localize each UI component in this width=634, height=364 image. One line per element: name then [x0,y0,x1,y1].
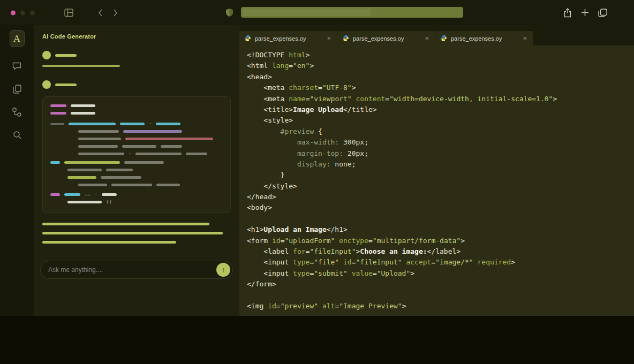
code-skeleton-card: ··==·() [42,96,231,213]
code-line: <meta charset="UTF-8"> [247,82,634,93]
skeleton-row: ==· [50,193,223,196]
code-line: </head> [247,192,634,202]
skeleton-row [50,169,223,171]
share-icon [563,8,572,18]
code-line: <html lang="en"> [247,60,634,71]
close-window-button[interactable] [11,10,16,15]
shield-icon [225,8,233,17]
skeleton-row: · [50,123,223,125]
code-line [247,214,634,224]
layout-grid-icon[interactable] [64,8,73,17]
skeleton-bar [67,201,102,203]
new-tab-button[interactable] [581,9,589,17]
response-line-skeleton [42,223,209,225]
skeleton-glyph: · [95,193,97,196]
skeleton-glyph: () [106,201,112,203]
skeleton-glyph: · [129,153,131,155]
code-line: display: none; [247,159,634,170]
skeleton-bar [106,169,133,171]
panel-title: AI Code Generator [34,25,239,44]
chat-message-skeleton [42,80,231,89]
skeleton-bar [111,184,152,186]
skeleton-glyph: · [149,123,152,125]
skeleton-bar [101,176,141,179]
code-line: <title>Image Upload</title> [247,104,634,115]
editor-panel: parse_expenses.oy× parse_expenses.oy× pa… [239,25,634,316]
tab-close-icon[interactable]: × [326,34,332,42]
editor-tab[interactable]: parse_expenses.oy× [239,31,337,46]
address-bar[interactable] [241,7,463,18]
skeleton-row: · [50,153,223,155]
response-lines [42,223,231,250]
sidebar-item-search[interactable] [13,131,21,140]
chat-icon [12,62,21,70]
code-line: <style> [247,115,634,126]
skeleton-bar [78,145,118,148]
tab-close-icon[interactable]: × [424,34,430,42]
python-file-icon [440,35,447,42]
code-line: <label for="fileInput">Choose an image:<… [247,246,634,257]
response-line-skeleton [42,232,223,234]
skeleton-row [50,145,223,148]
tab-label: parse_expenses.oy [451,35,502,42]
code-line: <meta name="viewport" content="width=dev… [247,94,634,104]
skeleton-bar [71,104,95,107]
topbar-actions [563,8,607,18]
tab-label: parse_expenses.oy [353,35,404,42]
sidebar-item-chat[interactable] [12,62,21,71]
tab-overview-button[interactable] [598,9,607,17]
arrow-up-icon: ↑ [222,266,225,274]
skeleton-bar [69,123,116,125]
editor-tab[interactable]: parse_expenses.oy× [435,31,533,46]
code-line: </form> [247,279,634,290]
tab-close-icon[interactable]: × [522,34,528,42]
code-line: <body> [247,202,634,213]
code-line: <head> [247,72,634,82]
chat-input-bar: ↑ [40,261,233,279]
sidebar-item-copies[interactable] [13,85,21,94]
chat-message-skeleton [42,51,231,59]
response-line-skeleton [42,241,176,244]
zoom-window-button[interactable] [30,10,35,15]
skeleton-bar [64,193,80,196]
main-content: A [0,25,634,316]
skeleton-row [50,130,223,133]
tabs-overview-icon [598,9,607,17]
skeleton-bar [50,123,64,125]
send-button[interactable]: ↑ [216,263,230,277]
sidebar-item-workflow[interactable] [12,108,21,117]
share-button[interactable] [563,8,572,18]
skeleton-glyph: == [85,193,90,196]
skeleton-bar [50,193,60,196]
skeleton-bar [64,161,120,164]
app-logo[interactable]: A [10,30,25,47]
skeleton-row [50,112,223,115]
code-line: </style> [247,181,634,192]
editor-tab[interactable]: parse_expenses.oy× [337,31,435,46]
forward-button[interactable] [113,9,118,17]
skeleton-bar [78,138,121,140]
chat-panel: AI Code Generator ··==·() ↑ [34,25,239,316]
skeleton-bar [78,153,124,155]
avatar [42,80,51,89]
skeleton-bar [102,193,117,196]
skeleton-bar [78,130,119,133]
message-line [42,65,120,67]
code-line: <img id="preview" alt="Image Preview"> [247,301,634,312]
editor-tab-bar: parse_expenses.oy× parse_expenses.oy× pa… [239,25,634,46]
skeleton-bar [67,176,96,179]
skeleton-row [50,176,223,179]
back-button[interactable] [98,9,103,17]
code-area[interactable]: <!DOCTYPE html><html lang="en"><head> <m… [239,46,634,316]
code-line: <form id="uploadForm" enctype="multipart… [247,236,634,246]
skeleton-bar [156,123,180,125]
skeleton-bar [50,104,66,107]
minimize-window-button[interactable] [20,10,25,15]
skeleton-row [50,161,223,164]
skeleton-bar [161,145,182,148]
skeleton-bar [120,123,145,125]
chat-messages [34,44,239,89]
chat-input[interactable] [48,266,216,274]
address-bar-highlight [243,9,371,16]
code-line: <h1>Upload an Image</h1> [247,224,634,235]
